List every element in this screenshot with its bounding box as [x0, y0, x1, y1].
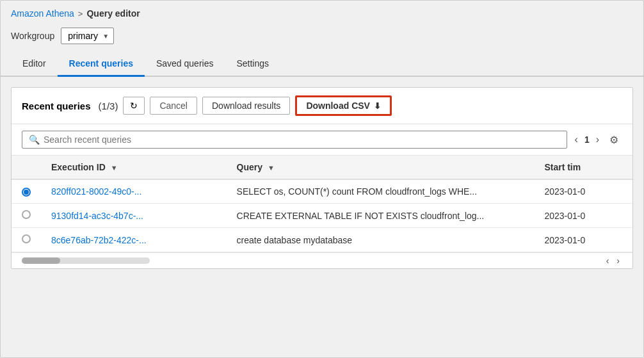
cancel-button[interactable]: Cancel [150, 97, 197, 115]
col-header-query: Query ▼ [227, 156, 535, 179]
search-input[interactable] [44, 134, 560, 145]
row-query-1: SELECT os, COUNT(*) count FROM cloudfron… [227, 179, 535, 204]
content-area: Recent queries (1/3) ↻ Cancel Download r… [11, 87, 633, 269]
scroll-nav: ‹ › [604, 256, 622, 266]
settings-gear-button[interactable]: ⚙ [606, 133, 622, 147]
execution-id-link-3[interactable]: 8c6e76ab-72b2-422c-... [51, 235, 147, 245]
scroll-right-arrow[interactable]: › [614, 256, 622, 266]
tabs-bar: Editor Recent queries Saved queries Sett… [1, 52, 643, 77]
download-csv-label: Download CSV [306, 101, 370, 111]
radio-2[interactable] [22, 210, 31, 219]
row-execution-id-2: 9130fd14-ac3c-4b7c-... [41, 204, 227, 228]
download-csv-button[interactable]: Download CSV ⬇︎ [295, 95, 392, 116]
refresh-button[interactable]: ↻ [123, 97, 145, 115]
row-select-3[interactable] [12, 228, 41, 252]
panel-count: (1/3) [99, 101, 118, 111]
col-header-start-time: Start tim [534, 156, 632, 179]
search-input-wrapper: 🔍 [22, 131, 567, 149]
workgroup-select[interactable]: primary [61, 28, 114, 44]
scrollbar-thumb[interactable] [22, 257, 60, 264]
horizontal-scrollbar[interactable] [22, 257, 150, 264]
row-start-time-3: 2023-01-0 [534, 228, 632, 252]
breadcrumb-separator: > [78, 9, 83, 19]
row-start-time-2: 2023-01-0 [534, 204, 632, 228]
download-csv-icon: ⬇︎ [374, 101, 381, 111]
pagination-page: 1 [584, 134, 590, 145]
row-start-time-1: 2023-01-0 [534, 179, 632, 204]
app-window: Amazon Athena > Query editor Workgroup p… [0, 0, 644, 358]
workgroup-row: Workgroup primary [1, 24, 643, 52]
sort-icon-execution-id: ▼ [111, 164, 118, 172]
breadcrumb: Amazon Athena > Query editor [1, 1, 643, 24]
table-row: 9130fd14-ac3c-4b7c-... CREATE EXTERNAL T… [12, 204, 632, 228]
table-header-row: Execution ID ▼ Query ▼ Start tim [12, 156, 632, 179]
row-execution-id-3: 8c6e76ab-72b2-422c-... [41, 228, 227, 252]
panel-title: Recent queries [22, 101, 91, 111]
table-row: 820ff021-8002-49c0-... SELECT os, COUNT(… [12, 179, 632, 204]
scroll-left-arrow[interactable]: ‹ [604, 256, 612, 266]
execution-id-link-1[interactable]: 820ff021-8002-49c0-... [51, 186, 141, 197]
workgroup-label: Workgroup [11, 31, 54, 41]
tab-settings[interactable]: Settings [225, 52, 280, 77]
radio-selected-1[interactable] [22, 188, 31, 197]
row-select-2[interactable] [12, 204, 41, 228]
tab-recent-queries[interactable]: Recent queries [58, 52, 145, 77]
table-row: 8c6e76ab-72b2-422c-... create database m… [12, 228, 632, 252]
col-header-select [12, 156, 41, 179]
row-query-2: CREATE EXTERNAL TABLE IF NOT EXISTS clou… [227, 204, 535, 228]
col-header-execution-id: Execution ID ▼ [41, 156, 227, 179]
search-icon: 🔍 [29, 134, 40, 145]
download-results-button[interactable]: Download results [202, 97, 290, 115]
tab-editor[interactable]: Editor [11, 52, 58, 77]
execution-id-link-2[interactable]: 9130fd14-ac3c-4b7c-... [51, 211, 143, 221]
panel-header: Recent queries (1/3) ↻ Cancel Download r… [12, 88, 632, 124]
search-row: 🔍 ‹ 1 › ⚙ [12, 124, 632, 156]
results-table: Execution ID ▼ Query ▼ Start tim [12, 156, 632, 252]
pagination-next-button[interactable]: › [593, 133, 602, 147]
sort-icon-query: ▼ [268, 164, 275, 172]
pagination-controls: ‹ 1 › ⚙ [572, 133, 622, 147]
row-query-3: create database mydatabase [227, 228, 535, 252]
tab-saved-queries[interactable]: Saved queries [145, 52, 225, 77]
pagination-prev-button[interactable]: ‹ [572, 133, 581, 147]
row-execution-id-1: 820ff021-8002-49c0-... [41, 179, 227, 204]
radio-3[interactable] [22, 234, 31, 243]
scrollbar-row: ‹ › [12, 252, 632, 268]
breadcrumb-current: Query editor [86, 8, 140, 19]
breadcrumb-link-athena[interactable]: Amazon Athena [11, 8, 74, 19]
row-select-1[interactable] [12, 179, 41, 204]
table-wrapper: Execution ID ▼ Query ▼ Start tim [12, 156, 632, 252]
workgroup-wrapper: primary [61, 28, 114, 44]
